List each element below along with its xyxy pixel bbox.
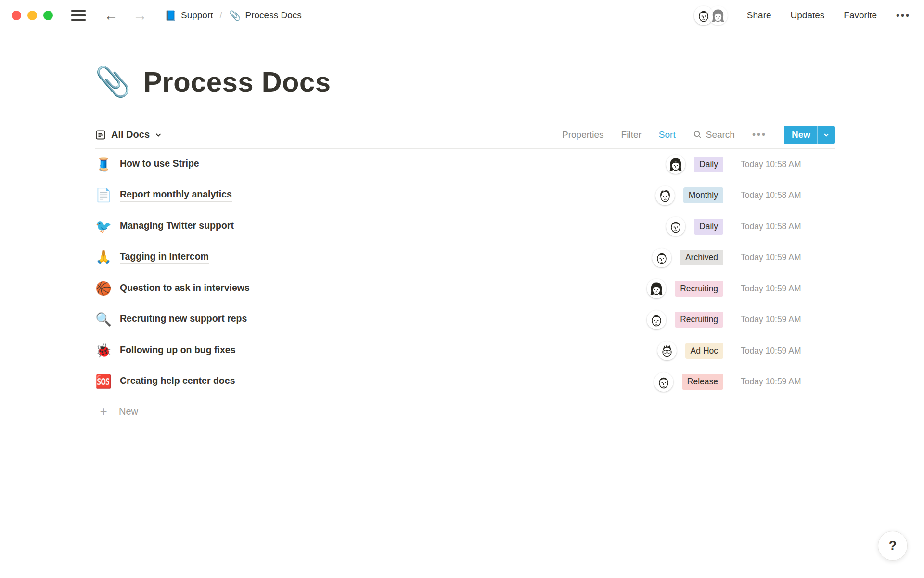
share-button[interactable]: Share	[747, 10, 771, 21]
doc-title-link[interactable]: Tagging in Intercom	[120, 251, 209, 264]
forward-arrow-icon: →	[133, 8, 147, 23]
tag-badge[interactable]: Monthly	[683, 187, 723, 203]
doc-title-link[interactable]: Managing Twitter support	[120, 220, 234, 233]
favorite-button[interactable]: Favorite	[844, 10, 877, 21]
tag-badge[interactable]: Daily	[694, 157, 723, 172]
collaborator-avatar-2	[708, 6, 728, 25]
tag-badge[interactable]: Archived	[680, 250, 723, 265]
add-new-row-label: New	[119, 406, 138, 417]
doc-title-link[interactable]: Creating help center docs	[120, 375, 235, 388]
last-edited-time: Today 10:58 AM	[741, 222, 835, 232]
table-row[interactable]: 🧵 How to use Stripe Daily Today 10:58 AM	[95, 149, 835, 180]
help-button[interactable]: ?	[878, 531, 908, 561]
breadcrumb: 📘 Support / 📎 Process Docs	[165, 10, 302, 21]
page-icon-paperclip[interactable]: 📎	[95, 67, 131, 96]
last-edited-time: Today 10:59 AM	[741, 346, 835, 356]
last-edited-time: Today 10:59 AM	[741, 284, 835, 294]
view-switcher[interactable]: All Docs	[95, 129, 162, 141]
table-row[interactable]: 📄 Report monthly analytics Monthly Today…	[95, 180, 835, 211]
tag-badge[interactable]: Release	[682, 374, 723, 390]
table-row[interactable]: 🐦 Managing Twitter support Daily Today 1…	[95, 211, 835, 242]
breadcrumb-process-docs-label: Process Docs	[245, 10, 302, 21]
table-view-icon	[95, 129, 106, 141]
doc-title-link[interactable]: Question to ask in interviews	[120, 282, 250, 295]
collection-more-icon[interactable]: •••	[752, 129, 767, 140]
person-avatar[interactable]	[666, 155, 685, 174]
tag-badge[interactable]: Recruiting	[675, 312, 723, 328]
ladybug-emoji-icon: 🐞	[95, 344, 112, 357]
doc-title-link[interactable]: Following up on bug fixes	[120, 344, 235, 357]
doc-title-link[interactable]: Recruiting new support reps	[120, 313, 247, 326]
chevron-down-icon	[823, 131, 830, 138]
add-new-row-button[interactable]: + New	[95, 397, 835, 425]
new-button-label[interactable]: New	[784, 126, 817, 144]
sos-emoji-icon: 🆘	[95, 375, 112, 388]
properties-button[interactable]: Properties	[562, 130, 604, 140]
page-title[interactable]: Process Docs	[143, 66, 331, 98]
more-options-icon[interactable]: •••	[896, 10, 911, 21]
collection-toolbar: All Docs Properties Filter Sort Search •…	[95, 121, 835, 149]
sort-button[interactable]: Sort	[659, 130, 676, 140]
updates-button[interactable]: Updates	[791, 10, 825, 21]
back-arrow-icon[interactable]: ←	[104, 8, 118, 23]
tag-badge[interactable]: Daily	[694, 219, 723, 235]
breadcrumb-process-docs[interactable]: 📎 Process Docs	[229, 10, 302, 21]
new-button-caret[interactable]	[818, 126, 835, 144]
last-edited-time: Today 10:59 AM	[741, 252, 835, 263]
person-avatar[interactable]	[647, 279, 666, 298]
doc-title-link[interactable]: Report monthly analytics	[120, 189, 232, 202]
search-label: Search	[706, 130, 735, 140]
breadcrumb-support[interactable]: 📘 Support	[165, 10, 213, 21]
person-avatar[interactable]	[647, 310, 666, 329]
folded-hands-emoji-icon: 🙏	[95, 251, 112, 264]
search-icon	[693, 130, 702, 139]
table-row[interactable]: 🐞 Following up on bug fixes Ad Hoc Today…	[95, 335, 835, 367]
search-button[interactable]: Search	[693, 130, 735, 140]
new-button[interactable]: New	[784, 126, 835, 144]
docs-table: 🧵 How to use Stripe Daily Today 10:58 AM…	[95, 149, 835, 425]
plus-icon: +	[95, 405, 112, 418]
close-window-button[interactable]	[12, 11, 21, 20]
last-edited-time: Today 10:58 AM	[741, 190, 835, 200]
minimize-window-button[interactable]	[27, 11, 37, 20]
traffic-lights	[12, 11, 53, 20]
person-avatar[interactable]	[657, 341, 677, 360]
table-row[interactable]: 🙏 Tagging in Intercom Archived Today 10:…	[95, 242, 835, 274]
document-emoji-icon: 📄	[95, 189, 112, 202]
magnifying-glass-emoji-icon: 🔍	[95, 313, 112, 326]
chevron-down-icon	[154, 131, 162, 139]
paperclip-icon: 📎	[229, 10, 241, 21]
last-edited-time: Today 10:59 AM	[741, 315, 835, 325]
question-mark-icon: ?	[889, 539, 897, 553]
tag-badge[interactable]: Recruiting	[675, 281, 723, 297]
window-titlebar: ← → 📘 Support / 📎 Process Docs Share Upd…	[0, 0, 924, 31]
breadcrumb-support-label: Support	[181, 10, 213, 21]
filter-button[interactable]: Filter	[621, 130, 642, 140]
table-row[interactable]: 🔍 Recruiting new support reps Recruiting…	[95, 304, 835, 336]
doc-title-link[interactable]: How to use Stripe	[120, 158, 199, 171]
breadcrumb-separator: /	[220, 11, 222, 21]
person-avatar[interactable]	[655, 186, 675, 205]
last-edited-time: Today 10:59 AM	[741, 377, 835, 387]
sidebar-menu-icon[interactable]	[71, 10, 86, 21]
blue-book-icon: 📘	[165, 10, 177, 21]
bird-emoji-icon: 🐦	[95, 220, 112, 233]
collaborator-avatars[interactable]	[694, 6, 728, 25]
basketball-emoji-icon: 🏀	[95, 282, 112, 295]
person-avatar[interactable]	[654, 372, 673, 392]
view-name-label: All Docs	[111, 129, 150, 140]
table-row[interactable]: 🏀 Question to ask in interviews Recruiti…	[95, 273, 835, 304]
person-avatar[interactable]	[666, 217, 685, 236]
last-edited-time: Today 10:58 AM	[741, 159, 835, 170]
tag-badge[interactable]: Ad Hoc	[685, 343, 723, 359]
thread-emoji-icon: 🧵	[95, 158, 112, 171]
person-avatar[interactable]	[652, 248, 671, 267]
table-row[interactable]: 🆘 Creating help center docs Release Toda…	[95, 367, 835, 398]
zoom-window-button[interactable]	[43, 11, 53, 20]
